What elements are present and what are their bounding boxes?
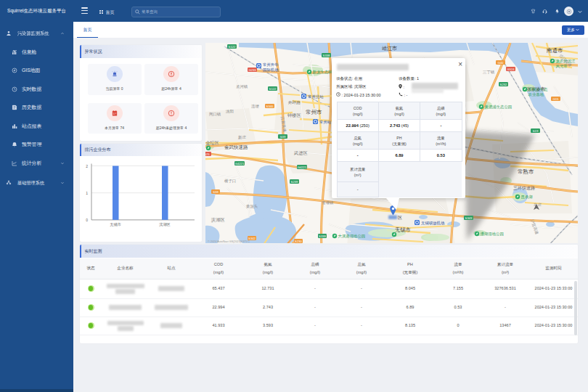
- svg-text:常州市: 常州市: [306, 109, 322, 115]
- svg-text:洮阳: 洮阳: [225, 109, 234, 114]
- svg-text:农业基地: 农业基地: [528, 92, 544, 97]
- svg-text:S122: S122: [269, 87, 277, 91]
- svg-text:S122: S122: [229, 45, 236, 49]
- svg-text:G233: G233: [248, 68, 256, 72]
- svg-text:漕湖湿地公园: 漕湖湿地公园: [480, 232, 504, 237]
- svg-text:雪堰镇: 雪堰镇: [322, 200, 334, 205]
- svg-text:G4221: G4221: [298, 166, 307, 169]
- svg-text:三丁镇: 三丁镇: [483, 70, 495, 74]
- svg-text:S340: S340: [266, 105, 274, 108]
- svg-text:黄泥头: 黄泥头: [246, 204, 258, 209]
- svg-text:S232: S232: [500, 83, 507, 86]
- svg-text:滨湖区: 滨湖区: [159, 222, 171, 227]
- svg-text:孟河镇: 孟河镇: [236, 84, 248, 89]
- svg-text:S338: S338: [323, 54, 330, 57]
- svg-text:0: 0: [86, 218, 88, 222]
- svg-text:靖江市: 靖江市: [382, 45, 397, 52]
- svg-text:新庄: 新庄: [238, 135, 246, 139]
- svg-text:无锡市: 无锡市: [395, 226, 411, 233]
- svg-text:© 2024 AutoNavi GS(2023)6375号: © 2024 AutoNavi GS(2023)6375号: [208, 240, 250, 243]
- svg-text:南通市: 南通市: [546, 47, 563, 54]
- svg-text:S339: S339: [319, 234, 326, 238]
- svg-text:滨湖区: 滨湖区: [211, 217, 225, 223]
- svg-text:辛庄: 辛庄: [534, 203, 542, 207]
- svg-text:横子口: 横子口: [224, 179, 236, 184]
- svg-text:金武快速路: 金武快速路: [224, 144, 248, 150]
- svg-text:G4221: G4221: [235, 162, 245, 166]
- svg-text:三环快速路: 三环快速路: [513, 186, 535, 191]
- svg-text:武进区: 武进区: [293, 150, 308, 156]
- svg-text:连埂: 连埂: [251, 104, 259, 109]
- svg-text:常州北站: 常州北站: [308, 94, 324, 99]
- svg-text:无锡市: 无锡市: [110, 222, 121, 227]
- svg-text:闸口镇: 闸口镇: [209, 112, 221, 117]
- svg-text:G25: G25: [205, 152, 210, 156]
- svg-text:黄泗浦生态公园: 黄泗浦生态公园: [485, 105, 513, 110]
- svg-text:S239: S239: [291, 180, 298, 184]
- svg-text:昆承湖: 昆承湖: [521, 195, 533, 200]
- svg-text:G524: G524: [507, 68, 515, 71]
- svg-text:国际机场: 国际机场: [263, 68, 279, 73]
- svg-text:S343: S343: [465, 216, 473, 220]
- svg-text:钟楼区: 钟楼区: [287, 113, 301, 118]
- svg-text:2: 2: [86, 164, 88, 168]
- svg-text:常州站: 常州站: [319, 120, 332, 124]
- svg-text:G15: G15: [553, 97, 560, 101]
- svg-text:1: 1: [86, 191, 88, 195]
- svg-text:S39: S39: [280, 135, 286, 139]
- svg-text:S230: S230: [295, 240, 302, 243]
- svg-text:常熟市: 常熟市: [518, 168, 534, 175]
- svg-text:大溪港湿地公园: 大溪港湿地公园: [338, 234, 366, 239]
- svg-text:S19: S19: [533, 129, 539, 133]
- svg-text:风光带: 风光带: [556, 64, 568, 69]
- svg-text:新龙生态林: 新龙生态林: [313, 70, 333, 74]
- svg-text:外环路: 外环路: [288, 100, 301, 105]
- svg-text:金坛区: 金坛区: [205, 140, 219, 145]
- svg-text:无锡硕放机场: 无锡硕放机场: [421, 221, 444, 226]
- svg-text:区: 区: [398, 215, 402, 220]
- svg-text:常州奔牛: 常州奔牛: [263, 62, 279, 67]
- svg-text:S38: S38: [213, 190, 219, 194]
- svg-text:G40: G40: [498, 61, 505, 65]
